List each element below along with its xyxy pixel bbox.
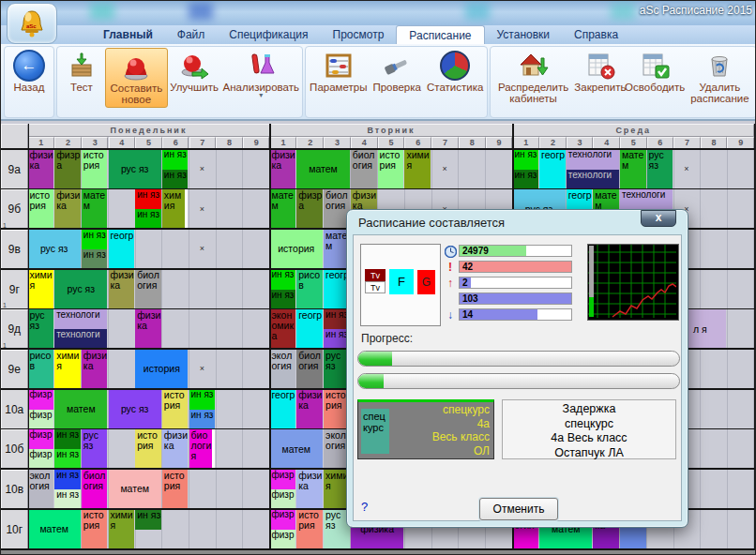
grid-cell[interactable]: химия [404, 149, 431, 189]
grid-cell[interactable]: геогр [109, 230, 135, 270]
grid-subcell[interactable]: ин яз [513, 149, 539, 169]
grid-cell[interactable]: × [673, 149, 700, 189]
app-logo-bell-icon[interactable]: aSc [7, 3, 57, 44]
grid-subcell[interactable]: ин яз [162, 170, 189, 189]
grid-cell[interactable]: физика [270, 149, 296, 189]
grid-cell[interactable]: физра [54, 149, 81, 189]
grid-cell[interactable]: физика [296, 470, 323, 510]
grid-cell[interactable]: × [189, 149, 216, 189]
grid-subcell[interactable]: физр [270, 509, 296, 529]
help-link[interactable]: ? [361, 500, 368, 514]
grid-cell[interactable]: × [189, 350, 216, 390]
grid-cell[interactable]: физрфизр [28, 429, 54, 470]
grid-cell[interactable]: матем [296, 149, 350, 189]
grid-cell[interactable]: история [28, 189, 54, 230]
grid-cell[interactable]: история [82, 149, 108, 189]
grid-cell[interactable]: экономика [270, 309, 296, 350]
grid-cell[interactable]: геогр [270, 389, 296, 429]
grid-cell[interactable]: физика [28, 149, 54, 189]
grid-cell[interactable]: технологитехнологи [54, 309, 107, 350]
grid-subcell[interactable]: ин яз [270, 290, 296, 309]
close-icon[interactable]: x [641, 210, 676, 227]
grid-cell[interactable]: история [162, 470, 189, 510]
grid-cell[interactable]: ин язин яз [54, 429, 81, 470]
grid-cell[interactable]: история [82, 509, 108, 549]
grid-subcell[interactable]: ин яз [54, 429, 81, 449]
grid-cell[interactable]: технологитехнологи [567, 149, 619, 189]
grid-cell[interactable]: ин язин яз [135, 189, 161, 230]
grid-cell[interactable]: физрфизр [270, 509, 296, 549]
grid-cell[interactable]: геогр [296, 309, 323, 350]
grid-cell[interactable]: рисов [28, 350, 54, 390]
grid-subcell[interactable]: ин яз [162, 149, 189, 169]
grid-cell[interactable]: рус яз [28, 309, 54, 350]
grid-cell[interactable]: рус яз [109, 389, 161, 429]
grid-subcell[interactable]: ин яз [189, 410, 216, 429]
grid-subcell[interactable]: физр [28, 410, 54, 429]
grid-subcell[interactable]: ин яз [189, 389, 216, 409]
grid-subcell[interactable]: ин яз [54, 470, 81, 489]
grid-cell[interactable]: матем [82, 189, 108, 230]
grid-cell[interactable]: матем [109, 470, 161, 510]
grid-cell[interactable]: химия [54, 350, 81, 390]
grid-cell[interactable]: биология [82, 470, 108, 510]
grid-cell[interactable]: физрфизр [270, 470, 296, 510]
grid-cell[interactable]: ин яз [135, 509, 161, 529]
grid-cell[interactable]: матем [270, 189, 296, 230]
grid-cell[interactable]: экология [270, 350, 296, 390]
grid-subcell[interactable]: ин яз [270, 269, 296, 289]
grid-cell[interactable]: матем [54, 389, 107, 429]
grid-cell[interactable]: рисов [296, 269, 323, 309]
grid-cell[interactable]: история [135, 429, 161, 470]
grid-cell[interactable]: матем [620, 149, 646, 189]
grid-subcell[interactable]: технологи [567, 149, 619, 169]
grid-subcell[interactable]: ин яз [513, 170, 539, 189]
grid-cell[interactable]: химия [162, 189, 189, 230]
grid-cell[interactable]: рус яз [82, 429, 108, 470]
grid-subcell[interactable]: физр [270, 530, 296, 549]
grid-cell[interactable]: физрфизр [28, 389, 54, 429]
grid-subcell[interactable]: ин яз [82, 230, 108, 249]
grid-cell[interactable]: биология [135, 269, 161, 309]
grid-subcell[interactable]: физр [28, 429, 54, 449]
grid-subcell[interactable]: физр [28, 389, 54, 409]
grid-cell[interactable]: история [378, 149, 404, 189]
grid-subcell[interactable]: ин яз [135, 189, 161, 209]
grid-cell[interactable]: рус яз [647, 149, 673, 189]
grid-subcell[interactable]: технологи [620, 189, 673, 209]
grid-cell[interactable]: × [431, 149, 458, 189]
grid-cell[interactable]: ин язин яз [270, 269, 296, 309]
grid-cell[interactable]: химия [28, 269, 54, 309]
grid-subcell[interactable]: технологи [54, 309, 107, 329]
grid-cell[interactable]: ин язин яз [513, 149, 539, 189]
grid-subcell[interactable]: ин яз [54, 489, 81, 509]
grid-cell[interactable]: рус яз [109, 149, 161, 189]
grid-cell[interactable]: рус яз [28, 230, 81, 270]
grid-cell[interactable]: рус яз [54, 269, 107, 309]
grid-cell[interactable]: физика [162, 429, 189, 470]
grid-subcell[interactable]: физр [270, 489, 296, 509]
grid-cell[interactable]: ин язин яз [82, 230, 108, 270]
grid-subcell[interactable]: ин яз [82, 249, 108, 269]
grid-subcell[interactable]: ин яз [54, 449, 81, 469]
grid-cell[interactable]: химия [109, 509, 135, 549]
grid-cell[interactable]: × [189, 189, 216, 230]
grid-cell[interactable]: биология [189, 429, 216, 470]
grid-cell[interactable]: физика [296, 389, 323, 429]
grid-cell[interactable]: биология [351, 149, 377, 189]
grid-cell[interactable]: физика [82, 350, 108, 390]
grid-subcell[interactable]: ин яз [135, 209, 161, 229]
grid-subcell[interactable]: технологи [567, 170, 619, 189]
cancel-button[interactable]: Отменить [479, 498, 558, 520]
grid-cell[interactable]: физика [109, 269, 135, 309]
grid-cell[interactable]: физра [296, 189, 323, 230]
grid-cell[interactable]: матем [28, 509, 81, 549]
grid-cell[interactable]: история [270, 230, 324, 270]
grid-cell[interactable]: физика [135, 309, 161, 350]
grid-cell[interactable]: × [189, 230, 216, 270]
grid-cell[interactable]: физика [54, 189, 81, 230]
grid-cell[interactable]: ин язин яз [189, 389, 216, 429]
grid-subcell[interactable]: технологи [54, 329, 107, 349]
grid-cell[interactable]: геогр [539, 149, 566, 189]
grid-cell[interactable]: история [296, 509, 323, 549]
